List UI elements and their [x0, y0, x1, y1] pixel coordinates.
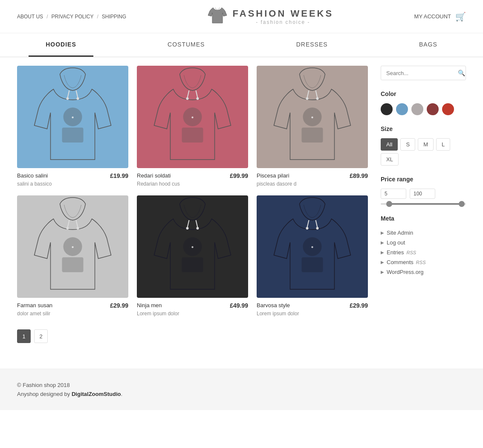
svg-line-23 [76, 220, 78, 227]
page-button[interactable]: 1 [17, 329, 31, 343]
nav-dresses[interactable]: DRESSES [279, 33, 345, 57]
size-button-s[interactable]: S [400, 138, 415, 151]
color-swatch-red[interactable] [442, 103, 454, 115]
color-swatches [381, 103, 466, 115]
svg-line-1 [68, 90, 69, 98]
color-swatch-gray[interactable] [411, 103, 423, 115]
svg-text:●: ● [71, 244, 74, 249]
product-price: £19.99 [110, 172, 128, 179]
nav-bags[interactable]: BAGS [402, 33, 454, 57]
product-info: Barvosa style £29.99 [257, 302, 368, 309]
logo-subtitle: - fashion choice - [233, 19, 334, 25]
product-description: piscleas dasore d [257, 181, 368, 187]
shipping-link[interactable]: SHIPPING [102, 14, 126, 20]
top-bar: ABOUT US / PRIVACY POLICY / SHIPPING FAS… [0, 0, 483, 33]
page-button[interactable]: 2 [34, 329, 48, 343]
footer-credit-link[interactable]: DigitalZoomStudio [72, 391, 121, 397]
meta-link-label: Entries [387, 249, 404, 256]
arrow-icon: ▶ [381, 230, 384, 235]
rss-badge: RSS [406, 250, 416, 255]
size-button-all[interactable]: All [381, 138, 398, 151]
price-slider-min-thumb[interactable] [386, 201, 392, 207]
svg-text:●: ● [311, 115, 313, 119]
svg-text:●: ● [191, 244, 194, 249]
product-image: ● [257, 66, 368, 168]
svg-line-22 [68, 220, 69, 227]
svg-line-37 [316, 220, 318, 227]
svg-point-10 [186, 97, 189, 100]
price-slider[interactable] [381, 203, 466, 205]
svg-point-17 [306, 97, 309, 100]
search-icon: 🔍 [458, 70, 465, 76]
product-price: £99.99 [230, 172, 248, 179]
meta-link-label: Log out [387, 239, 405, 246]
top-bar-account: MY ACCOUNT 🛒 [414, 12, 466, 22]
price-slider-max-thumb[interactable] [459, 201, 465, 207]
product-price: £49.99 [230, 302, 248, 309]
top-bar-links: ABOUT US / PRIVACY POLICY / SHIPPING [17, 14, 126, 20]
rss-badge: RSS [416, 260, 426, 265]
product-price: £29.99 [350, 302, 368, 309]
footer-credit: Anyshop designed by DigitalZoomStudio. [17, 391, 466, 397]
meta-link-label: Site Admin [387, 230, 413, 236]
svg-line-30 [196, 220, 198, 227]
svg-point-32 [197, 227, 199, 230]
price-max-input[interactable] [410, 189, 435, 199]
product-name: Ninja men [137, 302, 162, 308]
product-image: ● [137, 66, 248, 168]
product-description: Lorem ipsum dolor [137, 311, 248, 317]
color-swatch-brown[interactable] [427, 103, 439, 115]
about-us-link[interactable]: ABOUT US [17, 14, 43, 20]
arrow-icon: ▶ [381, 250, 384, 255]
meta-link-label: WordPress.org [387, 269, 423, 275]
meta-link-item[interactable]: ▶Comments RSS [381, 257, 466, 267]
product-name: Piscesa pilari [257, 172, 289, 179]
logo-title: FASHION WEEKS [233, 8, 334, 19]
color-label: Color [381, 90, 466, 97]
search-input[interactable] [386, 70, 458, 76]
product-card[interactable]: ● Piscesa pilari £89.99 piscleas dasore … [257, 66, 368, 187]
product-card[interactable]: ● Barvosa style £29.99 Lorem ipsum dolor [257, 195, 368, 317]
size-button-xl[interactable]: XL [381, 153, 399, 166]
product-name: Barvosa style [257, 302, 290, 308]
size-button-m[interactable]: M [418, 138, 434, 151]
products-area: ● Basico salini £19.99 salini a bassico [17, 66, 368, 343]
meta-link-item[interactable]: ▶Entries RSS [381, 247, 466, 257]
meta-link-item[interactable]: ▶Log out [381, 238, 466, 247]
color-swatch-dark[interactable] [381, 103, 393, 115]
logo-icon [207, 4, 228, 29]
product-description: Redarian hood cus [137, 181, 248, 187]
svg-line-9 [196, 90, 198, 98]
product-description: salini a bassico [17, 181, 128, 187]
my-account-link[interactable]: MY ACCOUNT [414, 13, 451, 20]
footer-copyright: © Fashion shop 2018 [17, 382, 466, 388]
footer-credit-suffix: . [121, 391, 122, 397]
nav-hoodies[interactable]: HOODIES [29, 33, 93, 57]
product-description: Lorem ipsum dolor [257, 311, 368, 317]
arrow-icon: ▶ [381, 270, 384, 274]
svg-rect-14 [302, 128, 323, 143]
svg-rect-35 [302, 257, 323, 272]
sidebar: 🔍 Color Size AllSMLXL Price range [381, 66, 466, 343]
meta-link-item[interactable]: ▶Site Admin [381, 228, 466, 238]
svg-text:●: ● [71, 115, 74, 119]
size-button-l[interactable]: L [436, 138, 450, 151]
privacy-policy-link[interactable]: PRIVACY POLICY [51, 14, 93, 20]
price-min-input[interactable] [381, 189, 406, 199]
svg-text:●: ● [191, 115, 194, 119]
size-label: Size [381, 125, 466, 132]
color-swatch-blue[interactable] [396, 103, 408, 115]
product-card[interactable]: ● Farman susan £29.99 dolor amet silir [17, 195, 128, 317]
product-card[interactable]: ● Ninja men £49.99 Lorem ipsum dolor [137, 195, 248, 317]
products-grid: ● Basico salini £19.99 salini a bassico [17, 66, 368, 317]
logo: FASHION WEEKS - fashion choice - [207, 4, 334, 29]
product-card[interactable]: ● Basico salini £19.99 salini a bassico [17, 66, 128, 187]
nav-costumes[interactable]: COSTUMES [150, 33, 222, 57]
svg-point-24 [67, 227, 69, 230]
product-card[interactable]: ● Redari soldati £99.99 Redarian hood cu… [137, 66, 248, 187]
meta-link-item[interactable]: ▶WordPress.org [381, 267, 466, 277]
svg-point-38 [306, 227, 309, 230]
footer-credit-text: Anyshop designed by [17, 391, 72, 397]
pagination: 12 [17, 329, 368, 343]
cart-icon[interactable]: 🛒 [455, 12, 466, 22]
